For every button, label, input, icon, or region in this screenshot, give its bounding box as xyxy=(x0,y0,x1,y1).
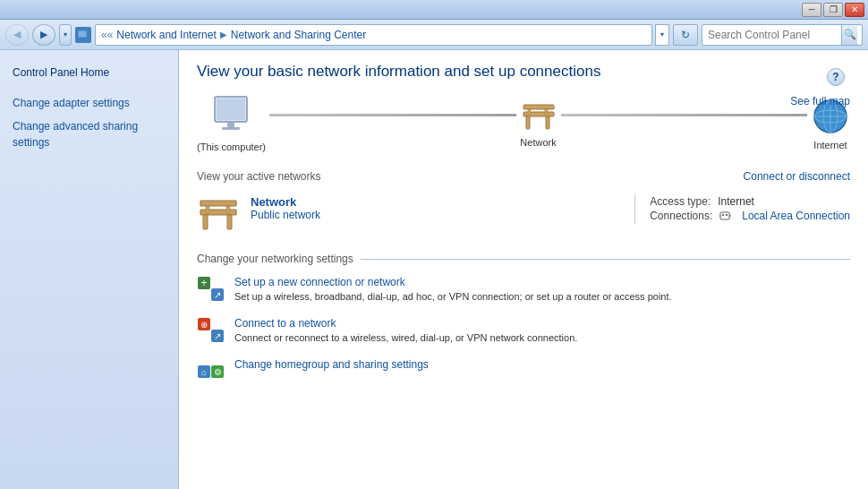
svg-text:↗: ↗ xyxy=(214,331,221,341)
svg-text:⌂: ⌂ xyxy=(201,367,207,377)
connect-disconnect-link[interactable]: Connect or disconnect xyxy=(744,170,850,183)
minimize-button[interactable]: ─ xyxy=(802,3,821,17)
svg-rect-7 xyxy=(523,105,554,109)
change-section-label: Change your networking settings xyxy=(197,253,353,265)
network-type[interactable]: Public network xyxy=(251,209,617,221)
search-button[interactable]: 🔍 xyxy=(841,25,857,45)
active-network-row: Network Public network Access type: Inte… xyxy=(197,192,850,238)
active-networks-label: View your active networks xyxy=(197,170,336,183)
sidebar: Control Panel Home Change adapter settin… xyxy=(0,50,179,489)
svg-rect-18 xyxy=(200,201,236,206)
svg-rect-23 xyxy=(720,212,729,219)
network-node: Network xyxy=(520,99,557,148)
connect-network-desc: Connect or reconnect to a wireless, wire… xyxy=(234,332,577,343)
help-button[interactable]: ? xyxy=(827,68,845,86)
svg-rect-0 xyxy=(78,30,87,38)
address-icon xyxy=(75,27,91,43)
restore-button[interactable]: ❐ xyxy=(823,3,843,17)
active-networks-header: View your active networks Connect or dis… xyxy=(197,170,850,183)
see-full-map-link[interactable]: See full map xyxy=(790,95,850,107)
svg-text:+: + xyxy=(200,277,207,289)
svg-rect-20 xyxy=(227,215,232,229)
svg-rect-3 xyxy=(217,99,245,120)
nav-dropdown-button[interactable]: ▾ xyxy=(59,24,72,46)
forward-button[interactable]: ▶ xyxy=(32,24,55,46)
setting-content-1: Set up a new connection or network Set u… xyxy=(234,276,672,304)
network-bench-icon xyxy=(520,99,557,133)
connection-icon xyxy=(719,210,732,221)
svg-rect-25 xyxy=(726,214,728,216)
breadcrumb-part1[interactable]: Network and Internet xyxy=(116,29,216,41)
svg-rect-24 xyxy=(722,214,724,216)
section-divider-2 xyxy=(361,259,850,260)
breadcrumb-separator: «« xyxy=(101,29,113,41)
refresh-button[interactable]: ↻ xyxy=(673,24,698,46)
internet-label: Internet xyxy=(813,140,847,150)
computer-label: (This computer) xyxy=(197,142,266,152)
connect-network-link[interactable]: Connect to a network xyxy=(234,317,577,330)
new-connection-icon: + ↗ xyxy=(197,276,226,305)
network-details: Access type: Internet Connections: xyxy=(634,195,850,224)
computer-icon xyxy=(208,95,256,138)
svg-rect-21 xyxy=(206,206,209,214)
network-name[interactable]: Network xyxy=(251,195,617,209)
setting-content-2: Connect to a network Connect or reconnec… xyxy=(234,317,577,345)
svg-rect-10 xyxy=(528,109,531,116)
connections-row: Connections: Local Area Connection xyxy=(650,210,850,222)
setting-item-1: + ↗ Set up a new connection or network S… xyxy=(197,276,850,305)
access-type-value: Internet xyxy=(718,195,754,208)
access-type-row: Access type: Internet xyxy=(650,195,850,208)
title-bar: ─ ❐ ✕ xyxy=(0,0,868,20)
sidebar-item-control-panel-home[interactable]: Control Panel Home xyxy=(0,61,178,84)
change-networking-section: Change your networking settings + ↗ Set … xyxy=(197,253,850,387)
homegroup-icon: ⌂ ⚙ xyxy=(197,358,226,387)
svg-rect-5 xyxy=(222,127,240,130)
setting-content-3: Change homegroup and sharing settings xyxy=(234,358,429,373)
sidebar-item-change-sharing[interactable]: Change advanced sharing settings xyxy=(0,115,178,154)
network-label: Network xyxy=(520,137,556,148)
computer-node: (This computer) xyxy=(197,95,266,152)
new-connection-desc: Set up a wireless, broadband, dial-up, a… xyxy=(234,291,672,302)
active-network-bench-icon xyxy=(197,195,240,235)
svg-rect-9 xyxy=(546,116,549,129)
svg-text:⊕: ⊕ xyxy=(200,320,208,330)
change-section-header: Change your networking settings xyxy=(197,253,850,265)
breadcrumb: «« Network and Internet ▶ Network and Sh… xyxy=(95,24,652,46)
network-info: Network Public network xyxy=(251,195,617,221)
close-button[interactable]: ✕ xyxy=(845,3,864,17)
access-type-label: Access type: xyxy=(650,195,711,208)
svg-rect-19 xyxy=(203,215,208,229)
connection-line-2 xyxy=(561,114,807,116)
connect-network-icon: ⊕ ↗ xyxy=(197,317,226,346)
network-diagram: (This computer) xyxy=(197,95,850,152)
svg-rect-1 xyxy=(80,38,85,39)
content-wrapper: ? View your basic network information an… xyxy=(197,63,850,387)
title-bar-buttons: ─ ❐ ✕ xyxy=(802,3,864,17)
svg-rect-11 xyxy=(545,109,548,116)
homegroup-link[interactable]: Change homegroup and sharing settings xyxy=(234,358,429,371)
address-bar: ◀ ▶ ▾ «« Network and Internet ▶ Network … xyxy=(0,20,868,50)
connections-label: Connections: xyxy=(650,210,712,222)
breadcrumb-part2[interactable]: Network and Sharing Center xyxy=(231,29,366,41)
search-bar: 🔍 xyxy=(702,24,863,46)
svg-text:↗: ↗ xyxy=(214,290,221,300)
svg-rect-4 xyxy=(227,122,234,127)
new-connection-link[interactable]: Set up a new connection or network xyxy=(234,276,672,288)
setting-item-3: ⌂ ⚙ Change homegroup and sharing setting… xyxy=(197,358,850,387)
svg-text:⚙: ⚙ xyxy=(214,367,222,377)
page-title: View your basic network information and … xyxy=(197,63,850,81)
setting-item-2: ⊕ ↗ Connect to a network Connect or reco… xyxy=(197,317,850,346)
breadcrumb-arrow: ▶ xyxy=(220,30,227,39)
connections-link[interactable]: Local Area Connection xyxy=(742,210,850,222)
sidebar-item-change-adapter[interactable]: Change adapter settings xyxy=(0,91,178,115)
content-area: ? View your basic network information an… xyxy=(179,50,868,489)
svg-rect-22 xyxy=(226,206,230,214)
back-button[interactable]: ◀ xyxy=(5,24,29,46)
breadcrumb-dropdown-button[interactable]: ▾ xyxy=(655,24,669,46)
main-layout: Control Panel Home Change adapter settin… xyxy=(0,50,868,489)
search-input[interactable] xyxy=(708,29,842,41)
svg-rect-8 xyxy=(526,116,530,129)
connection-line-1 xyxy=(269,114,515,116)
